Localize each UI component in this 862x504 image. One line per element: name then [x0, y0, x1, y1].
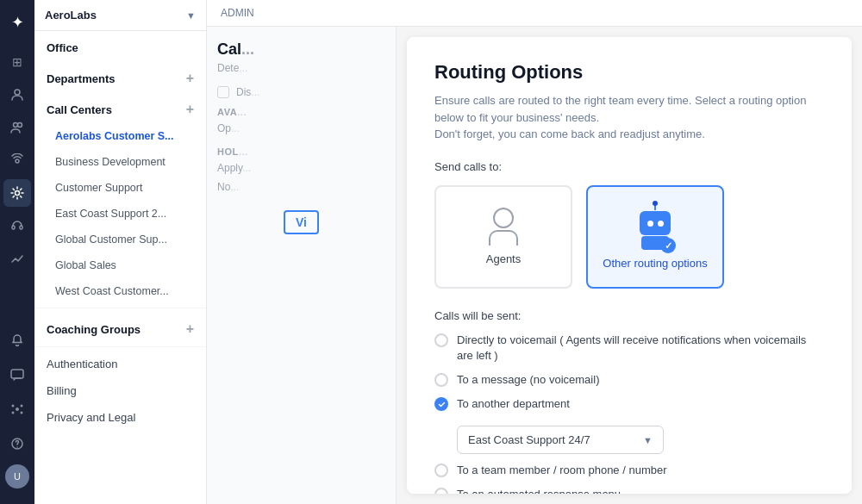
logo-icon[interactable]: ✦ — [3, 9, 31, 36]
content-wrapper: Cal... Dete... Dis... AVA... Op... Hol..… — [207, 27, 862, 504]
no-label: No... — [217, 181, 385, 193]
sidebar-subitem-business-dev[interactable]: Business Development — [34, 149, 206, 175]
routing-title: Routing Options — [434, 61, 824, 84]
radio-team-member-circle — [434, 464, 448, 477]
admin-bar: ADMIN — [207, 0, 862, 27]
svg-point-10 — [21, 405, 23, 408]
main-area: ADMIN Cal... Dete... Dis... AVA... Op...… — [207, 0, 862, 504]
radio-options-group: Directly to voicemail ( Agents will rece… — [434, 333, 824, 495]
workspace-name: AeroLabs — [45, 9, 97, 22]
add-department-icon[interactable]: + — [186, 72, 194, 85]
ava-label: AVA... — [217, 107, 385, 117]
radio-message[interactable]: To a message (no voicemail) — [434, 372, 824, 388]
headset-icon[interactable] — [3, 212, 31, 240]
svg-point-4 — [16, 191, 20, 196]
messages-icon[interactable] — [3, 361, 31, 389]
avatar[interactable]: U — [5, 464, 29, 488]
notifications-icon[interactable] — [3, 327, 31, 354]
sidebar-item-coaching-groups[interactable]: Coaching Groups + — [34, 312, 206, 343]
svg-rect-6 — [20, 226, 22, 229]
dashboard-icon[interactable]: ⊞ — [3, 48, 31, 76]
availability-label: Dis... — [236, 86, 259, 98]
workspace-dropdown[interactable]: AeroLabs ▼ — [34, 0, 206, 31]
sidebar-subitem-east-coast[interactable]: East Coast Support 2... — [34, 201, 206, 227]
agent-figure-icon — [489, 208, 518, 246]
sidebar: AeroLabs ▼ Office Departments + Call Cen… — [34, 0, 207, 504]
sidebar-nav: Office Departments + Call Centers + Aero… — [34, 31, 206, 431]
availability-checkbox[interactable] — [217, 86, 229, 98]
svg-point-9 — [12, 405, 15, 408]
radio-team-member[interactable]: To a team member / room phone / number — [434, 463, 824, 478]
sidebar-subitem-global-customer[interactable]: Global Customer Sup... — [34, 227, 206, 252]
options-label: Op... — [217, 122, 385, 134]
radio-message-circle — [434, 373, 448, 387]
other-routing-card[interactable]: ✓ Other routing options — [586, 185, 724, 289]
sidebar-item-billing[interactable]: Billing — [34, 377, 206, 404]
radio-voicemail-label: Directly to voicemail ( Agents will rece… — [457, 333, 824, 364]
radio-automated[interactable]: To an automated response menu — [434, 487, 824, 494]
svg-point-3 — [16, 159, 19, 163]
add-coaching-group-icon[interactable]: + — [186, 322, 194, 336]
sidebar-item-privacy-legal[interactable]: Privacy and Legal — [34, 404, 206, 431]
sidebar-item-call-centers[interactable]: Call Centers + — [34, 92, 206, 123]
add-call-center-icon[interactable]: + — [186, 103, 194, 116]
robot-head-icon — [640, 211, 671, 235]
routing-panel: Routing Options Ensure calls are routed … — [407, 37, 852, 494]
apps-icon[interactable] — [3, 395, 31, 423]
svg-point-2 — [18, 123, 22, 128]
radio-voicemail-circle — [434, 333, 448, 347]
apply-label: Apply... — [217, 162, 385, 174]
department-dropdown-value: East Coast Support 24/7 — [468, 433, 590, 446]
routing-description: Ensure calls are routed to the right tea… — [434, 92, 824, 143]
svg-point-11 — [12, 412, 15, 414]
hold-label: Hol... — [217, 146, 385, 157]
svg-point-14 — [16, 446, 18, 448]
center-panel-desc: Dete... — [217, 62, 385, 74]
radio-department-label: To another department — [457, 396, 570, 412]
robot-eye-right — [658, 221, 664, 227]
center-panel: Cal... Dete... Dis... AVA... Op... Hol..… — [207, 27, 397, 504]
calls-will-be-sent-label: Calls will be sent: — [434, 309, 824, 322]
radio-message-label: To a message (no voicemail) — [457, 372, 599, 388]
department-dropdown[interactable]: East Coast Support 24/7 ▼ — [457, 426, 664, 454]
sidebar-subitem-global-sales[interactable]: Global Sales — [34, 252, 206, 278]
svg-rect-5 — [12, 226, 15, 229]
radio-department-circle — [434, 397, 448, 411]
help-icon[interactable] — [3, 430, 31, 457]
robot-eye-left — [647, 221, 653, 227]
analytics-icon[interactable] — [3, 245, 31, 272]
settings-icon[interactable] — [3, 179, 31, 207]
radio-automated-label: To an automated response menu — [457, 487, 621, 494]
svg-point-8 — [16, 408, 19, 411]
svg-point-12 — [21, 412, 23, 414]
radio-voicemail[interactable]: Directly to voicemail ( Agents will rece… — [434, 333, 824, 364]
agent-body — [489, 230, 518, 246]
robot-antenna-icon — [654, 203, 656, 210]
routing-cards: Agents ✓ Other routing options — [434, 185, 824, 289]
department-dropdown-arrow-icon: ▼ — [643, 435, 653, 445]
radio-department[interactable]: To another department — [434, 396, 824, 412]
sidebar-subitem-aerolabs-customer[interactable]: Aerolabs Customer S... — [34, 123, 206, 149]
sidebar-item-authentication[interactable]: Authentication — [34, 351, 206, 377]
other-routing-card-label: Other routing options — [603, 257, 707, 270]
contacts-icon[interactable] — [3, 81, 31, 109]
dropdown-arrow-icon: ▼ — [186, 10, 196, 21]
radio-automated-circle — [434, 488, 448, 494]
agents-card[interactable]: Agents — [434, 185, 572, 289]
icon-bar: ✦ ⊞ — [0, 0, 34, 504]
sidebar-subitem-customer-support[interactable]: Customer Support — [34, 175, 206, 201]
sidebar-subitem-west-coast[interactable]: West Coast Customer... — [34, 278, 206, 304]
center-panel-title: Cal... — [217, 40, 385, 59]
agent-head — [493, 208, 514, 228]
svg-rect-7 — [11, 370, 23, 378]
center-availability-row: Dis... — [217, 86, 385, 98]
sidebar-item-office[interactable]: Office — [34, 31, 206, 61]
sidebar-item-departments[interactable]: Departments + — [34, 61, 206, 92]
divider-1 — [34, 308, 206, 308]
vi-button-area: Vi — [217, 210, 385, 234]
agents-card-label: Agents — [486, 252, 521, 265]
vi-button[interactable]: Vi — [284, 210, 319, 234]
users-icon[interactable] — [3, 114, 31, 141]
broadcast-icon[interactable] — [3, 146, 31, 174]
robot-figure-icon: ✓ — [640, 203, 671, 250]
